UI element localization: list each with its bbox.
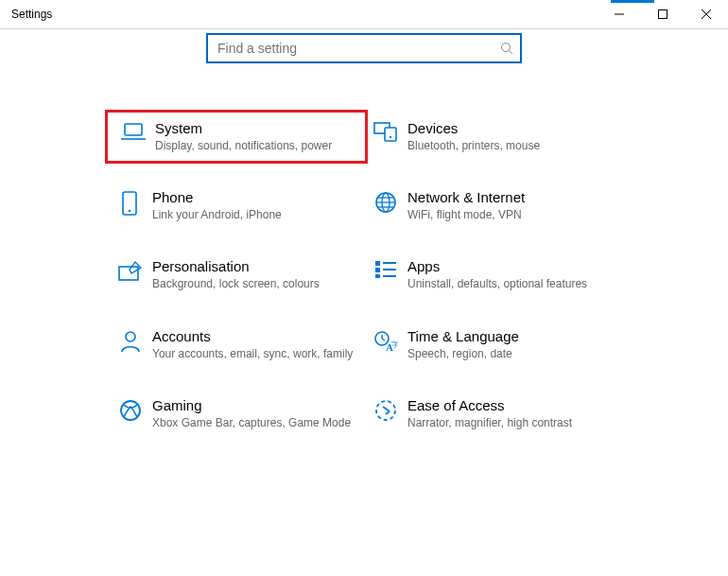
tile-desc: Uninstall, defaults, optional features (407, 276, 610, 291)
svg-point-4 (502, 44, 511, 52)
tile-desc: Xbox Game Bar, captures, Game Mode (152, 415, 355, 430)
tile-system[interactable]: System Display, sound, notifications, po… (105, 110, 368, 164)
minimize-button[interactable] (598, 0, 641, 28)
tile-desc: Background, lock screen, colours (152, 276, 355, 291)
window-controls (598, 0, 728, 28)
time-language-icon: A字 (364, 328, 407, 353)
tile-desc: Your accounts, email, sync, work, family (152, 346, 355, 361)
svg-point-32 (376, 401, 395, 420)
ease-of-access-icon (364, 397, 407, 422)
window-title: Settings (0, 8, 52, 21)
svg-line-5 (510, 51, 513, 55)
tile-personalisation[interactable]: Personalisation Background, lock screen,… (109, 258, 364, 291)
tile-desc: Bluetooth, printers, mouse (407, 138, 610, 153)
devices-icon (364, 120, 407, 143)
svg-rect-21 (375, 274, 380, 278)
tile-desc: Link your Android, iPhone (152, 207, 355, 222)
svg-point-12 (129, 210, 131, 213)
tile-devices[interactable]: Devices Bluetooth, printers, mouse (364, 120, 619, 153)
search-box[interactable] (206, 33, 522, 63)
content-area: System Display, sound, notifications, po… (0, 33, 728, 430)
close-button[interactable] (685, 0, 728, 28)
svg-rect-20 (375, 268, 380, 272)
apps-list-icon (364, 258, 407, 279)
tile-time-language[interactable]: A字 Time & Language Speech, region, date (364, 328, 619, 361)
minimize-icon (615, 9, 624, 19)
tile-title: Time & Language (407, 328, 610, 344)
svg-point-10 (390, 136, 391, 138)
phone-icon (109, 189, 152, 216)
tile-title: Apps (407, 258, 610, 274)
laptop-icon (112, 120, 155, 143)
tile-title: Devices (407, 120, 610, 136)
svg-rect-6 (125, 124, 142, 135)
tile-desc: Narrator, magnifier, high contrast (407, 415, 610, 430)
settings-window: Settings (0, 0, 728, 576)
svg-rect-9 (385, 128, 396, 141)
close-icon (702, 9, 711, 19)
tile-title: Accounts (152, 328, 355, 344)
maximize-button[interactable] (641, 0, 685, 28)
titlebar: Settings (0, 0, 728, 29)
tile-apps[interactable]: Apps Uninstall, defaults, optional featu… (364, 258, 619, 291)
tile-desc: Speech, region, date (407, 346, 610, 361)
person-icon (109, 328, 152, 353)
svg-point-25 (126, 332, 135, 341)
svg-rect-18 (119, 267, 138, 280)
tile-phone[interactable]: Phone Link your Android, iPhone (109, 189, 364, 222)
tile-network[interactable]: Network & Internet WiFi, flight mode, VP… (364, 189, 619, 222)
tile-gaming[interactable]: Gaming Xbox Game Bar, captures, Game Mod… (109, 397, 364, 430)
tile-title: Personalisation (152, 258, 355, 274)
tile-title: System (155, 120, 352, 136)
tile-ease-of-access[interactable]: Ease of Access Narrator, magnifier, high… (364, 397, 619, 430)
svg-line-28 (382, 339, 385, 340)
tile-desc: Display, sound, notifications, power (155, 138, 352, 153)
tile-title: Ease of Access (407, 397, 610, 413)
xbox-icon (109, 397, 152, 422)
tile-accounts[interactable]: Accounts Your accounts, email, sync, wor… (109, 328, 364, 361)
tile-desc: WiFi, flight mode, VPN (407, 207, 610, 222)
svg-rect-1 (659, 10, 667, 19)
tile-title: Gaming (152, 397, 355, 413)
maximize-icon (658, 9, 667, 19)
tile-title: Network & Internet (407, 189, 610, 205)
svg-text:字: 字 (391, 340, 398, 349)
tile-title: Phone (152, 189, 355, 205)
accent-strip (611, 0, 654, 3)
settings-grid: System Display, sound, notifications, po… (57, 120, 671, 430)
globe-icon (364, 189, 407, 214)
search-input[interactable] (208, 41, 494, 56)
paintbrush-icon (109, 258, 152, 281)
search-icon (494, 42, 520, 55)
svg-rect-19 (375, 261, 380, 266)
search-container (0, 33, 728, 63)
